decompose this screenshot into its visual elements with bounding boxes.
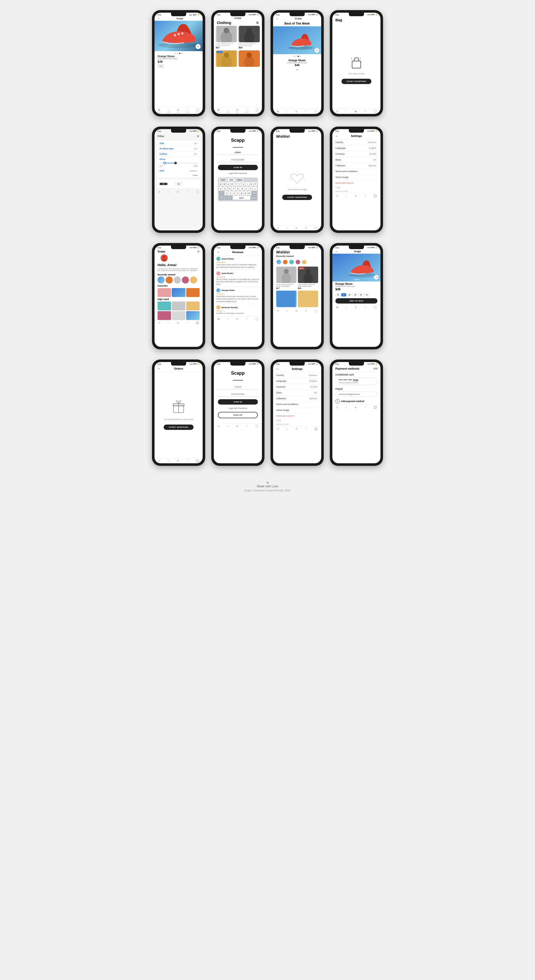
key-v[interactable]: V xyxy=(236,191,240,195)
key-t[interactable]: T xyxy=(234,182,238,186)
key-s[interactable]: S xyxy=(223,186,227,191)
wishlist-heart[interactable]: ♥ xyxy=(196,44,201,49)
delete-account-link[interactable]: Delete your account xyxy=(332,180,380,186)
nav-profile[interactable]: ◯ xyxy=(315,227,318,229)
nav-bag[interactable]: ⊘ xyxy=(355,306,357,309)
nav-bag[interactable]: ⊘ xyxy=(295,427,297,430)
setting-sizes[interactable]: Sizes UK › xyxy=(332,157,380,163)
size-dropdown[interactable]: S ▾ xyxy=(158,64,164,68)
nav-search[interactable]: ⌕Search xyxy=(226,108,230,113)
rv-avatar-3[interactable] xyxy=(289,259,294,265)
nav-profile[interactable]: ◯ xyxy=(256,317,258,320)
login-input[interactable] xyxy=(218,385,258,389)
dot2[interactable] xyxy=(295,56,297,57)
nav-bag[interactable]: ⊘ xyxy=(355,194,357,197)
setting-country[interactable]: Country Vietnam › xyxy=(273,372,321,378)
key-x[interactable]: X xyxy=(228,191,232,195)
nav-wishlist[interactable]: ♡ xyxy=(305,309,307,312)
fav-2[interactable] xyxy=(172,288,185,297)
rated-5[interactable] xyxy=(172,311,185,320)
rv-avatar-1[interactable] xyxy=(276,259,282,265)
dot2[interactable] xyxy=(177,52,178,54)
product-image-3[interactable]: SALE xyxy=(216,50,237,67)
thumb-3[interactable] xyxy=(174,277,181,283)
password-input[interactable] xyxy=(218,158,258,162)
nav-search[interactable]: ⌕ xyxy=(345,110,347,113)
product-image-4[interactable] xyxy=(239,50,260,67)
key-e[interactable]: E xyxy=(227,182,230,186)
size-41[interactable]: 41 xyxy=(364,293,369,296)
nav-wishlist[interactable]: ♡ xyxy=(305,110,307,113)
nav-shop[interactable]: ⊙Shop xyxy=(217,108,220,113)
key-q[interactable]: Q xyxy=(219,182,222,186)
nav-shop[interactable]: ⊙ xyxy=(336,194,338,197)
key-h[interactable]: H xyxy=(240,186,244,191)
thumb-1[interactable] xyxy=(158,277,164,283)
nav-wishlist[interactable]: ♡ xyxy=(364,406,367,409)
setting-terms[interactable]: Terms and Conditions › xyxy=(332,169,380,175)
key-i[interactable]: I xyxy=(246,182,249,186)
nav-bag[interactable]: ⊘ xyxy=(295,110,297,113)
nav-wishlist[interactable]: ♡ xyxy=(305,427,307,430)
nav-shop[interactable]: ⊙ xyxy=(277,227,279,229)
key-space[interactable]: space xyxy=(233,196,250,200)
nav-shop[interactable]: ⊙Shop xyxy=(158,108,161,113)
key-p[interactable]: P xyxy=(254,182,257,186)
size-xl[interactable]: XL xyxy=(174,182,183,186)
back-arrow[interactable]: ← xyxy=(276,367,279,371)
nav-profile[interactable]: ◯ xyxy=(374,194,377,197)
setting-about[interactable]: About Scapp › xyxy=(273,407,321,413)
nav-shop[interactable]: ⊙ xyxy=(336,110,338,113)
wishlist-img-3[interactable] xyxy=(276,291,297,307)
nav-search[interactable]: ⌕Search xyxy=(167,108,171,113)
nav-profile[interactable]: ◯ xyxy=(374,306,377,309)
setting-language[interactable]: Language English › xyxy=(332,145,380,151)
rated-2[interactable] xyxy=(172,302,185,310)
key-b[interactable]: B xyxy=(240,191,243,195)
nav-search[interactable]: ⌕ xyxy=(168,459,169,462)
size-40[interactable]: 40 xyxy=(358,293,364,296)
nav-bag[interactable]: ⊘ xyxy=(355,406,357,409)
setting-country[interactable]: Country Vietnam › xyxy=(332,140,380,145)
nav-shop[interactable]: ⊙ xyxy=(277,309,279,312)
nav-profile[interactable]: ◯ xyxy=(256,425,258,427)
thumb-5[interactable] xyxy=(190,277,197,283)
nav-shop[interactable]: ⊙ xyxy=(217,317,220,320)
nav-bag[interactable]: ⊘ xyxy=(236,425,238,427)
signin-button[interactable]: SIGN IN xyxy=(218,399,258,404)
nav-bag[interactable]: ⊘Bag xyxy=(236,108,239,113)
nav-bag[interactable]: ⊘ xyxy=(177,459,179,462)
nav-profile[interactable]: ◯ xyxy=(315,309,318,312)
key-z[interactable]: Z xyxy=(225,191,228,195)
size-38[interactable]: 38 xyxy=(347,293,352,296)
nav-search[interactable]: ⌕ xyxy=(345,406,347,409)
nav-search[interactable]: ⌕ xyxy=(168,321,169,324)
product-image-2[interactable] xyxy=(239,26,260,42)
key-n[interactable]: N xyxy=(244,191,247,195)
back-arrow[interactable]: ← xyxy=(335,250,339,253)
key-u[interactable]: U xyxy=(242,182,245,186)
rated-4[interactable] xyxy=(158,311,171,320)
key-backspace[interactable]: ⌫ xyxy=(252,191,257,195)
back-arrow[interactable]: ← xyxy=(276,17,279,20)
nav-bag[interactable]: ⊘ xyxy=(177,190,179,193)
nav-search[interactable]: ⌕ xyxy=(227,317,228,320)
rv-avatar-2[interactable] xyxy=(283,259,288,265)
fb-login-link[interactable]: Login with Facebook xyxy=(228,172,247,175)
collapse-arrow[interactable]: ∧ xyxy=(273,68,321,71)
setting-language[interactable]: Language English › xyxy=(273,378,321,384)
wishlist-heart[interactable]: ♥ xyxy=(374,275,378,280)
nav-shop[interactable]: ⊙ xyxy=(277,427,279,430)
price-range-slider[interactable] xyxy=(160,162,198,165)
key-shift[interactable]: ⇧ xyxy=(219,191,224,195)
wishlist-img-2[interactable]: NEW xyxy=(298,267,318,283)
nav-wishlist[interactable]: ♡Wishlist xyxy=(245,108,249,113)
product-image-1[interactable] xyxy=(216,26,237,42)
setting-collection[interactable]: Collection Women › xyxy=(332,163,380,169)
thumb-4[interactable] xyxy=(182,277,189,283)
thumb-2[interactable] xyxy=(166,277,173,283)
key-c[interactable]: C xyxy=(232,191,236,195)
nav-wishlist[interactable]: ♡ xyxy=(187,190,189,193)
nav-wishlist[interactable]: ♡ xyxy=(187,459,189,462)
key-mic[interactable]: 🎙 xyxy=(229,196,232,200)
